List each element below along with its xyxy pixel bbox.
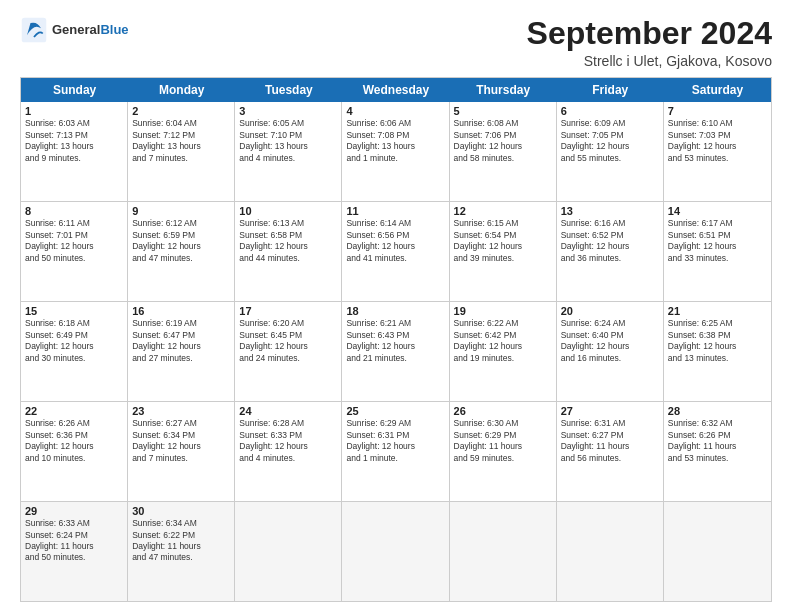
calendar-cell: 6Sunrise: 6:09 AM Sunset: 7:05 PM Daylig… — [557, 102, 664, 201]
logo-icon — [20, 16, 48, 44]
subtitle: Strellc i Ulet, Gjakova, Kosovo — [527, 53, 772, 69]
weekday-header: Sunday — [21, 78, 128, 102]
month-title: September 2024 — [527, 16, 772, 51]
day-info: Sunrise: 6:16 AM Sunset: 6:52 PM Dayligh… — [561, 218, 659, 264]
calendar-cell: 21Sunrise: 6:25 AM Sunset: 6:38 PM Dayli… — [664, 302, 771, 401]
calendar-body: 1Sunrise: 6:03 AM Sunset: 7:13 PM Daylig… — [21, 102, 771, 601]
calendar-cell: 22Sunrise: 6:26 AM Sunset: 6:36 PM Dayli… — [21, 402, 128, 501]
day-number: 29 — [25, 505, 123, 517]
calendar-cell: 1Sunrise: 6:03 AM Sunset: 7:13 PM Daylig… — [21, 102, 128, 201]
calendar-cell — [664, 502, 771, 601]
day-number: 4 — [346, 105, 444, 117]
calendar-cell: 9Sunrise: 6:12 AM Sunset: 6:59 PM Daylig… — [128, 202, 235, 301]
calendar-cell: 30Sunrise: 6:34 AM Sunset: 6:22 PM Dayli… — [128, 502, 235, 601]
calendar-cell: 26Sunrise: 6:30 AM Sunset: 6:29 PM Dayli… — [450, 402, 557, 501]
day-info: Sunrise: 6:26 AM Sunset: 6:36 PM Dayligh… — [25, 418, 123, 464]
day-number: 7 — [668, 105, 767, 117]
calendar-cell: 29Sunrise: 6:33 AM Sunset: 6:24 PM Dayli… — [21, 502, 128, 601]
day-number: 10 — [239, 205, 337, 217]
weekday-header: Tuesday — [235, 78, 342, 102]
day-number: 30 — [132, 505, 230, 517]
day-number: 15 — [25, 305, 123, 317]
calendar-row: 29Sunrise: 6:33 AM Sunset: 6:24 PM Dayli… — [21, 502, 771, 601]
day-number: 23 — [132, 405, 230, 417]
day-info: Sunrise: 6:28 AM Sunset: 6:33 PM Dayligh… — [239, 418, 337, 464]
day-info: Sunrise: 6:04 AM Sunset: 7:12 PM Dayligh… — [132, 118, 230, 164]
calendar-cell: 10Sunrise: 6:13 AM Sunset: 6:58 PM Dayli… — [235, 202, 342, 301]
day-number: 26 — [454, 405, 552, 417]
day-info: Sunrise: 6:20 AM Sunset: 6:45 PM Dayligh… — [239, 318, 337, 364]
day-info: Sunrise: 6:33 AM Sunset: 6:24 PM Dayligh… — [25, 518, 123, 564]
calendar-cell: 27Sunrise: 6:31 AM Sunset: 6:27 PM Dayli… — [557, 402, 664, 501]
calendar-cell: 7Sunrise: 6:10 AM Sunset: 7:03 PM Daylig… — [664, 102, 771, 201]
day-number: 25 — [346, 405, 444, 417]
weekday-header: Monday — [128, 78, 235, 102]
day-number: 24 — [239, 405, 337, 417]
calendar-cell: 20Sunrise: 6:24 AM Sunset: 6:40 PM Dayli… — [557, 302, 664, 401]
calendar-cell — [235, 502, 342, 601]
calendar-cell — [557, 502, 664, 601]
weekday-header: Thursday — [450, 78, 557, 102]
day-number: 17 — [239, 305, 337, 317]
calendar-cell: 24Sunrise: 6:28 AM Sunset: 6:33 PM Dayli… — [235, 402, 342, 501]
calendar: SundayMondayTuesdayWednesdayThursdayFrid… — [20, 77, 772, 602]
day-number: 22 — [25, 405, 123, 417]
calendar-row: 1Sunrise: 6:03 AM Sunset: 7:13 PM Daylig… — [21, 102, 771, 202]
day-info: Sunrise: 6:29 AM Sunset: 6:31 PM Dayligh… — [346, 418, 444, 464]
calendar-cell — [450, 502, 557, 601]
calendar-cell: 19Sunrise: 6:22 AM Sunset: 6:42 PM Dayli… — [450, 302, 557, 401]
day-info: Sunrise: 6:10 AM Sunset: 7:03 PM Dayligh… — [668, 118, 767, 164]
calendar-cell: 8Sunrise: 6:11 AM Sunset: 7:01 PM Daylig… — [21, 202, 128, 301]
calendar-cell: 16Sunrise: 6:19 AM Sunset: 6:47 PM Dayli… — [128, 302, 235, 401]
weekday-header: Friday — [557, 78, 664, 102]
day-number: 5 — [454, 105, 552, 117]
day-number: 28 — [668, 405, 767, 417]
calendar-cell: 11Sunrise: 6:14 AM Sunset: 6:56 PM Dayli… — [342, 202, 449, 301]
day-info: Sunrise: 6:21 AM Sunset: 6:43 PM Dayligh… — [346, 318, 444, 364]
day-info: Sunrise: 6:08 AM Sunset: 7:06 PM Dayligh… — [454, 118, 552, 164]
calendar-cell: 14Sunrise: 6:17 AM Sunset: 6:51 PM Dayli… — [664, 202, 771, 301]
calendar-cell: 4Sunrise: 6:06 AM Sunset: 7:08 PM Daylig… — [342, 102, 449, 201]
day-number: 3 — [239, 105, 337, 117]
svg-rect-0 — [22, 18, 47, 43]
day-info: Sunrise: 6:27 AM Sunset: 6:34 PM Dayligh… — [132, 418, 230, 464]
day-number: 21 — [668, 305, 767, 317]
calendar-cell: 2Sunrise: 6:04 AM Sunset: 7:12 PM Daylig… — [128, 102, 235, 201]
weekday-header: Wednesday — [342, 78, 449, 102]
day-number: 1 — [25, 105, 123, 117]
day-number: 12 — [454, 205, 552, 217]
day-info: Sunrise: 6:22 AM Sunset: 6:42 PM Dayligh… — [454, 318, 552, 364]
day-number: 27 — [561, 405, 659, 417]
day-info: Sunrise: 6:25 AM Sunset: 6:38 PM Dayligh… — [668, 318, 767, 364]
day-info: Sunrise: 6:13 AM Sunset: 6:58 PM Dayligh… — [239, 218, 337, 264]
calendar-cell: 28Sunrise: 6:32 AM Sunset: 6:26 PM Dayli… — [664, 402, 771, 501]
day-info: Sunrise: 6:17 AM Sunset: 6:51 PM Dayligh… — [668, 218, 767, 264]
day-info: Sunrise: 6:19 AM Sunset: 6:47 PM Dayligh… — [132, 318, 230, 364]
calendar-cell: 15Sunrise: 6:18 AM Sunset: 6:49 PM Dayli… — [21, 302, 128, 401]
day-info: Sunrise: 6:06 AM Sunset: 7:08 PM Dayligh… — [346, 118, 444, 164]
calendar-cell — [342, 502, 449, 601]
calendar-cell: 18Sunrise: 6:21 AM Sunset: 6:43 PM Dayli… — [342, 302, 449, 401]
day-number: 16 — [132, 305, 230, 317]
header: GeneralBlue September 2024 Strellc i Ule… — [20, 16, 772, 69]
day-number: 9 — [132, 205, 230, 217]
day-info: Sunrise: 6:11 AM Sunset: 7:01 PM Dayligh… — [25, 218, 123, 264]
day-info: Sunrise: 6:30 AM Sunset: 6:29 PM Dayligh… — [454, 418, 552, 464]
calendar-cell: 3Sunrise: 6:05 AM Sunset: 7:10 PM Daylig… — [235, 102, 342, 201]
logo: GeneralBlue — [20, 16, 129, 44]
day-info: Sunrise: 6:18 AM Sunset: 6:49 PM Dayligh… — [25, 318, 123, 364]
calendar-cell: 13Sunrise: 6:16 AM Sunset: 6:52 PM Dayli… — [557, 202, 664, 301]
day-info: Sunrise: 6:14 AM Sunset: 6:56 PM Dayligh… — [346, 218, 444, 264]
day-info: Sunrise: 6:31 AM Sunset: 6:27 PM Dayligh… — [561, 418, 659, 464]
calendar-row: 15Sunrise: 6:18 AM Sunset: 6:49 PM Dayli… — [21, 302, 771, 402]
day-number: 20 — [561, 305, 659, 317]
calendar-row: 8Sunrise: 6:11 AM Sunset: 7:01 PM Daylig… — [21, 202, 771, 302]
day-info: Sunrise: 6:15 AM Sunset: 6:54 PM Dayligh… — [454, 218, 552, 264]
calendar-cell: 5Sunrise: 6:08 AM Sunset: 7:06 PM Daylig… — [450, 102, 557, 201]
day-number: 14 — [668, 205, 767, 217]
day-info: Sunrise: 6:34 AM Sunset: 6:22 PM Dayligh… — [132, 518, 230, 564]
weekday-header: Saturday — [664, 78, 771, 102]
day-info: Sunrise: 6:09 AM Sunset: 7:05 PM Dayligh… — [561, 118, 659, 164]
calendar-header: SundayMondayTuesdayWednesdayThursdayFrid… — [21, 78, 771, 102]
day-info: Sunrise: 6:05 AM Sunset: 7:10 PM Dayligh… — [239, 118, 337, 164]
